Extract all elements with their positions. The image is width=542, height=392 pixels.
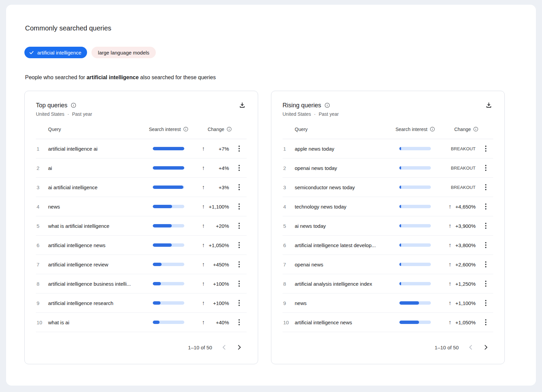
column-search-interest: Search interest [395,127,427,132]
row-query[interactable]: news [48,204,153,210]
search-interest-bar [399,282,431,285]
info-icon[interactable] [430,127,435,132]
arrow-up-icon: ↑ [202,184,205,190]
row-change: ↑+1,050% [184,236,232,255]
info-icon[interactable] [71,103,76,108]
row-query[interactable]: openai news today [295,165,399,171]
description-suffix: also searched for these queries [139,74,216,80]
row-menu-button[interactable] [232,258,246,271]
row-menu-button[interactable] [232,142,246,155]
row-query[interactable]: artificial intelligence review [48,262,153,267]
download-icon[interactable] [484,101,493,110]
arrow-up-icon: ↑ [449,262,452,267]
row-query[interactable]: ai [48,165,153,171]
row-menu-button[interactable] [479,258,493,271]
table-row: 5 what is artificial intelligence ↑+20% [36,216,247,236]
row-menu-button[interactable] [232,277,246,290]
row-change: ↑+2,600% [431,255,478,274]
download-icon[interactable] [238,101,247,110]
row-query[interactable]: what is artificial intelligence [48,223,153,229]
chevron-left-icon[interactable] [217,340,232,355]
chevron-left-icon[interactable] [463,340,478,355]
chip-large-language-models[interactable]: large language models [91,47,156,58]
chip-label: large language models [98,50,149,56]
row-menu-button[interactable] [479,277,493,290]
row-query[interactable]: artificial intelligence news [48,242,153,248]
row-change: ↑+4,650% [431,197,478,216]
row-query[interactable]: apple news today [295,146,399,152]
row-query[interactable]: technology news today [295,204,399,210]
row-menu-button[interactable] [232,219,246,233]
search-interest-bar [399,321,431,324]
row-menu-button[interactable] [479,142,493,155]
search-interest-bar [399,243,431,247]
search-interest-bar [153,166,184,170]
column-change: Change [454,127,471,132]
row-query[interactable]: semiconductor news today [295,184,399,190]
row-menu-button[interactable] [479,296,493,310]
arrow-up-icon: ↑ [202,146,205,152]
search-interest-bar [153,301,184,305]
row-menu-button[interactable] [479,219,493,233]
search-interest-bar [153,282,184,285]
info-icon[interactable] [473,127,478,132]
card-title: Top queries [36,101,67,109]
row-change: ↑+4% [184,158,232,177]
row-rank: 6 [36,242,48,248]
chip-artificial-intelligence[interactable]: artificial intelligence [24,47,87,58]
row-menu-button[interactable] [479,238,493,252]
card-region: United States [283,111,311,117]
query-chips: artificial intelligence large language m… [24,47,518,58]
row-query[interactable]: artificial analysis intelligence index [295,281,399,287]
top-queries-card: Top queries United States · Past year Qu… [24,91,258,364]
description-prefix: People who searched for [25,74,86,80]
row-rank: 3 [283,184,295,190]
row-menu-button[interactable] [232,161,246,175]
row-query[interactable]: artificial intelligence news [295,320,399,325]
row-query[interactable]: artificial intelligence business intelli… [48,281,153,287]
row-rank: 5 [283,223,295,229]
row-change: ↑+3,800% [431,236,478,255]
row-rank: 9 [36,300,48,306]
search-interest-bar [153,205,184,208]
pagination-label: 1–10 of 50 [435,345,459,350]
row-menu-button[interactable] [479,161,493,175]
row-rank: 7 [283,262,295,267]
row-query[interactable]: ai artificial intelligence [48,184,153,190]
chip-label: artificial intelligence [37,50,81,56]
column-query: Query [48,127,153,132]
row-menu-button[interactable] [232,315,246,329]
info-icon[interactable] [227,127,232,132]
row-menu-button[interactable] [232,238,246,252]
info-icon[interactable] [183,127,188,132]
search-interest-bar [153,321,184,324]
pagination: 1–10 of 50 [36,332,247,363]
row-query[interactable]: artificial intelligence ai [48,146,153,152]
row-menu-button[interactable] [479,180,493,194]
row-rank: 9 [283,300,295,306]
row-query[interactable]: openai news [295,262,399,267]
card-region: United States [36,111,64,117]
chevron-right-icon[interactable] [478,340,493,355]
row-menu-button[interactable] [232,200,246,213]
query-cards: Top queries United States · Past year Qu… [6,91,536,364]
row-change: ↑+450% [184,255,232,274]
arrow-up-icon: ↑ [449,281,452,287]
page-title: Commonly searched queries [25,24,517,32]
row-menu-button[interactable] [232,180,246,194]
row-query[interactable]: news [295,300,399,306]
row-menu-button[interactable] [479,315,493,329]
chevron-right-icon[interactable] [232,340,247,355]
row-rank: 4 [283,204,295,210]
row-query[interactable]: what is ai [48,320,153,325]
row-menu-button[interactable] [232,296,246,310]
row-query[interactable]: artificial intelligence latest develop..… [295,242,399,248]
table-row: 8 artificial analysis intelligence index… [283,274,493,293]
row-menu-button[interactable] [479,200,493,213]
info-icon[interactable] [325,103,330,108]
search-interest-bar [153,224,184,227]
table-row: 8 artificial intelligence business intel… [36,274,247,293]
row-query[interactable]: artificial intelligence research [48,300,153,306]
row-query[interactable]: ai news today [295,223,399,229]
search-interest-bar [153,147,184,150]
